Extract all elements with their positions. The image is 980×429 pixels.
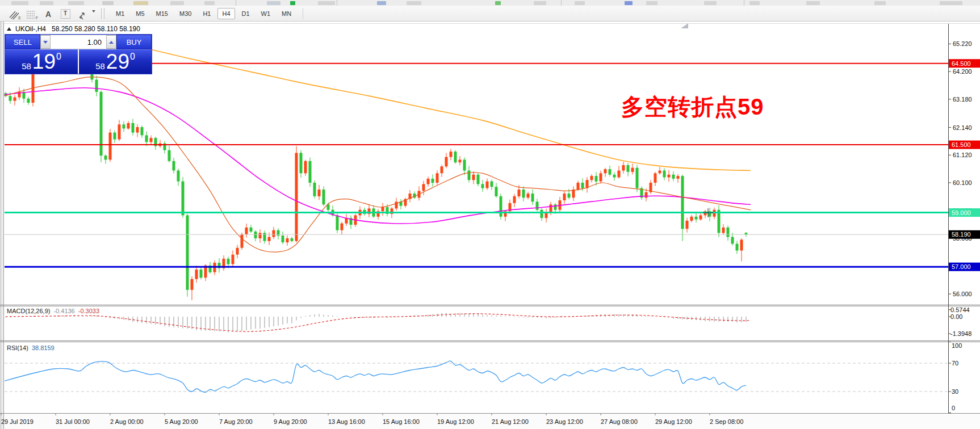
toolbar-fragment bbox=[68, 1, 84, 5]
toolbar-fragment bbox=[11, 1, 28, 5]
sell-price-tile[interactable]: 58190 bbox=[5, 49, 78, 74]
caret-down-icon bbox=[43, 41, 48, 44]
chart-title: UKOil-,H4 58.250 58.280 58.110 58.190 bbox=[7, 25, 140, 33]
chart-annotation: 多空转折点59 bbox=[621, 93, 764, 120]
toolbar-fragment bbox=[407, 1, 421, 5]
toolbar-fragment bbox=[625, 1, 633, 5]
toolbar-fragment bbox=[318, 1, 335, 5]
tf-button-MN[interactable]: MN bbox=[277, 8, 296, 19]
macd-main-value: -0.4136 bbox=[53, 308, 74, 314]
text-label-icon[interactable]: T bbox=[58, 7, 73, 20]
ohlc-values: 58.250 58.280 58.110 58.190 bbox=[52, 25, 140, 33]
rsi-value: 38.8159 bbox=[32, 344, 55, 351]
toolbar-fragment bbox=[575, 1, 585, 5]
toolbar-fragment-divider bbox=[744, 0, 744, 6]
fibonacci-icon[interactable]: F bbox=[24, 7, 39, 20]
chart-toolbar: E F A T M1M5M15M30H1H4D1W1MN bbox=[0, 6, 980, 22]
toolbar-fragment bbox=[170, 1, 184, 5]
ask-price-small: 58 bbox=[95, 61, 105, 71]
tf-button-M5[interactable]: M5 bbox=[131, 8, 149, 19]
volume-increase-button[interactable] bbox=[106, 35, 116, 49]
tf-button-H4[interactable]: H4 bbox=[217, 8, 234, 19]
toolbar-fragment bbox=[267, 1, 280, 5]
caret-up-icon bbox=[109, 41, 114, 44]
toolbar-fragment bbox=[806, 1, 820, 5]
toolbar-fragment bbox=[874, 1, 886, 5]
tf-button-M30[interactable]: M30 bbox=[175, 8, 196, 19]
bid-price-sup: 0 bbox=[56, 52, 61, 62]
toolbar-fragment bbox=[704, 1, 717, 5]
toolbar-fragment bbox=[646, 1, 657, 5]
toolbar-fragment bbox=[749, 1, 760, 5]
text-icon[interactable]: A bbox=[41, 7, 56, 20]
volume-decrease-button[interactable] bbox=[40, 35, 51, 49]
bid-price-small: 58 bbox=[22, 61, 31, 71]
toolbar-fragment-divider bbox=[561, 0, 562, 6]
symbol-label: UKOil-,H4 bbox=[15, 25, 46, 33]
sell-button[interactable]: SELL bbox=[5, 35, 40, 49]
toolbar-fragment bbox=[377, 1, 386, 5]
toolbar-fragment bbox=[102, 1, 114, 5]
toolbar-fragment-divider bbox=[236, 0, 236, 6]
ask-price-sup: 0 bbox=[130, 52, 135, 62]
tf-button-H1[interactable]: H1 bbox=[198, 8, 215, 19]
dropdown-caret-icon[interactable] bbox=[92, 10, 95, 12]
toolbar-fragment bbox=[534, 1, 546, 5]
chart-background bbox=[0, 22, 980, 414]
toolbar-fragment-divider bbox=[337, 0, 337, 6]
toolbar-fragment bbox=[40, 1, 53, 5]
buy-price-tile[interactable]: 58290 bbox=[79, 49, 152, 74]
toolbar-fragment bbox=[940, 1, 962, 5]
toolbar-divider bbox=[303, 8, 303, 19]
toolbar-separator bbox=[101, 9, 104, 19]
toolbar-fragment bbox=[133, 1, 148, 5]
one-click-trading-panel: SELL 1.00 BUY 58190 58290 bbox=[5, 34, 152, 74]
toolbar-fragment bbox=[290, 1, 295, 5]
tf-button-M15[interactable]: M15 bbox=[152, 8, 173, 19]
bid-price-big: 19 bbox=[32, 51, 56, 73]
time-axis[interactable] bbox=[5, 414, 948, 429]
collapse-triangle-icon bbox=[7, 27, 11, 31]
arrows-icon[interactable] bbox=[75, 7, 90, 20]
tf-button-W1[interactable]: W1 bbox=[257, 8, 275, 19]
equidistant-channel-icon[interactable]: E bbox=[7, 7, 22, 20]
toolbar-fragment bbox=[204, 1, 215, 5]
buy-button[interactable]: BUY bbox=[116, 35, 152, 49]
tf-button-D1[interactable]: D1 bbox=[237, 8, 254, 19]
ask-price-big: 29 bbox=[106, 51, 129, 73]
volume-input[interactable]: 1.00 bbox=[51, 35, 106, 49]
rsi-label: RSI(14)38.8159 bbox=[7, 344, 55, 351]
timeframe-bar: M1M5M15M30H1H4D1W1MN bbox=[110, 8, 297, 19]
price-axis[interactable] bbox=[949, 22, 980, 414]
macd-signal-value: -0.3033 bbox=[78, 308, 99, 314]
toolbar-fragment bbox=[495, 1, 501, 5]
trading-terminal: 65.22064.20063.18062.14061.12060.10059.0… bbox=[0, 0, 980, 429]
tf-button-M1[interactable]: M1 bbox=[111, 8, 129, 19]
macd-label: MACD(12,26,9)-0.4136-0.3033 bbox=[7, 308, 99, 314]
